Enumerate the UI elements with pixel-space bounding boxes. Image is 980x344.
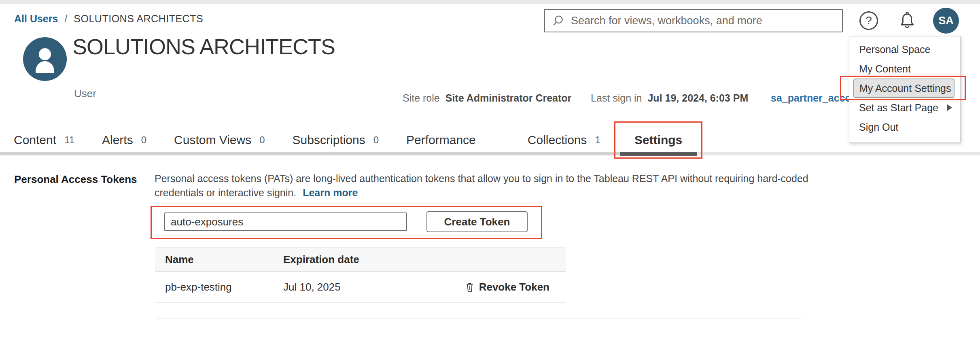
tab-label: Alerts	[102, 133, 133, 147]
account-menu: Personal Space My Content My Account Set…	[849, 36, 961, 143]
tab-label: Custom Views	[174, 133, 251, 147]
tab-performance[interactable]: Performance	[406, 132, 476, 148]
tab-count: 0	[373, 134, 379, 146]
tab-label: Collections	[528, 133, 587, 147]
create-token-button[interactable]: Create Token	[426, 211, 528, 232]
tab-count: 0	[259, 134, 265, 146]
notifications-button[interactable]	[897, 10, 917, 32]
question-mark-icon: ?	[865, 14, 872, 27]
last-sign-in-label: Last sign in	[591, 92, 642, 104]
partner-account-link[interactable]: sa_partner_accou	[771, 92, 857, 104]
last-sign-in-value: Jul 19, 2024, 6:03 PM	[647, 92, 748, 104]
pat-description-line1: Personal access tokens (PATs) are long-l…	[155, 172, 818, 186]
tab-count: 1	[595, 134, 600, 146]
user-avatar	[23, 37, 67, 81]
pat-section-heading: Personal Access Tokens	[14, 173, 137, 186]
revoke-token-label: Revoke Token	[479, 281, 549, 293]
search-input[interactable]	[571, 15, 842, 27]
avatar-initials: SA	[938, 15, 954, 27]
breadcrumb-current: SOLUTIONS ARCHITECTS	[74, 13, 203, 25]
tab-content[interactable]: Content 11	[14, 132, 74, 148]
token-name-cell: pb-exp-testing	[155, 281, 283, 293]
tab-settings[interactable]: Settings	[634, 132, 682, 148]
token-name-input[interactable]	[164, 212, 407, 231]
tab-label: Settings	[634, 133, 682, 147]
learn-more-link[interactable]: Learn more	[303, 187, 358, 198]
breadcrumb-all-users-link[interactable]: All Users	[14, 13, 58, 25]
tab-alerts[interactable]: Alerts 0	[102, 132, 146, 148]
site-role-value: Site Administrator Creator	[445, 92, 572, 104]
menu-item-sign-out[interactable]: Sign Out	[849, 117, 960, 137]
tab-collections[interactable]: Collections 1	[528, 132, 600, 148]
column-header-expiration: Expiration date	[283, 253, 566, 266]
page-title: SOLUTIONS ARCHITECTS	[72, 34, 335, 59]
tab-count: 11	[64, 134, 74, 146]
table-header-row: Name Expiration date	[155, 247, 566, 272]
submenu-arrow-icon	[947, 104, 952, 111]
trash-icon	[465, 282, 474, 293]
top-strip	[0, 0, 980, 4]
account-avatar-button[interactable]: SA	[933, 8, 959, 34]
site-role-label: Site role	[403, 92, 440, 104]
tab-custom-views[interactable]: Custom Views 0	[174, 132, 265, 148]
tab-label: Content	[14, 133, 56, 147]
breadcrumb-separator: /	[64, 13, 67, 25]
pat-description: Personal access tokens (PATs) are long-l…	[155, 172, 818, 200]
tab-count: 0	[141, 134, 146, 146]
table-row: pb-exp-testing Jul 10, 2025 Revoke Token	[155, 272, 566, 303]
user-settings-page: All Users / SOLUTIONS ARCHITECTS ? SA Pe…	[0, 0, 980, 344]
site-role: Site role Site Administrator Creator	[403, 92, 571, 104]
tab-strip-shade	[0, 152, 628, 155]
tabs-row: Content 11 Alerts 0 Custom Views 0 Subsc…	[14, 132, 682, 148]
token-table: Name Expiration date pb-exp-testing Jul …	[155, 247, 566, 303]
menu-item-my-content[interactable]: My Content	[849, 59, 960, 79]
menu-item-my-account-settings[interactable]: My Account Settings	[853, 79, 955, 98]
menu-item-personal-space[interactable]: Personal Space	[849, 40, 960, 59]
menu-item-set-as-start-page[interactable]: Set as Start Page	[849, 98, 960, 117]
tab-label: Performance	[406, 133, 476, 147]
last-sign-in: Last sign in Jul 19, 2024, 6:03 PM	[591, 92, 748, 104]
active-tab-underline	[620, 152, 697, 156]
help-button[interactable]: ?	[859, 11, 878, 30]
token-expiration-cell: Jul 10, 2025	[283, 281, 465, 293]
menu-item-label: Set as Start Page	[859, 102, 938, 114]
tab-label: Subscriptions	[293, 133, 365, 147]
search-icon	[552, 14, 565, 27]
column-header-name: Name	[155, 253, 283, 266]
user-type-label: User	[74, 87, 96, 100]
pat-description-line2: credentials or interactive signin.	[155, 187, 296, 198]
person-icon	[23, 37, 67, 81]
breadcrumb: All Users / SOLUTIONS ARCHITECTS	[14, 13, 203, 25]
search-box[interactable]	[544, 9, 843, 32]
section-divider	[155, 318, 802, 319]
revoke-token-button[interactable]: Revoke Token	[465, 281, 549, 293]
bell-icon	[898, 11, 916, 31]
tab-subscriptions[interactable]: Subscriptions 0	[293, 132, 379, 148]
